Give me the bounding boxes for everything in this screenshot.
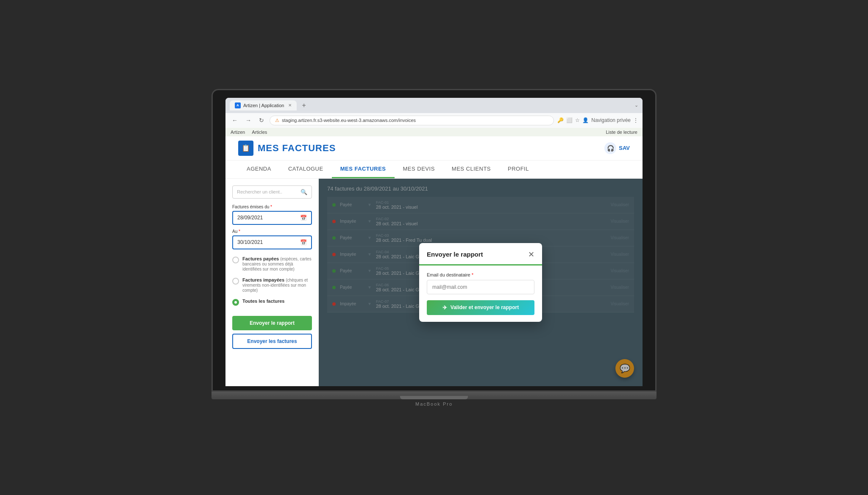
sidebar-buttons: Envoyer le rapport Envoyer les factures xyxy=(232,316,312,349)
email-input[interactable] xyxy=(427,280,534,294)
filter-radio-group: Factures payées (espèces, cartes bancair… xyxy=(232,256,312,306)
date-from-label: Factures émises du * xyxy=(232,205,312,209)
tab-area: A Artizen | Application ✕ + xyxy=(230,100,631,111)
nav-mes-devis[interactable]: MES DEVIS xyxy=(395,160,443,178)
valider-envoyer-button[interactable]: ✈ Valider et envoyer le rapport xyxy=(427,300,534,315)
modal-overlay: Envoyer le rapport ✕ Email du destinatai… xyxy=(319,179,643,386)
app-title: MES FACTURES xyxy=(258,143,336,154)
reload-button[interactable]: ↻ xyxy=(257,116,266,125)
nav-catalogue[interactable]: CATALOGUE xyxy=(280,160,332,178)
app-body: Rechercher un client.. 🔍 Factures émises… xyxy=(225,179,643,386)
date-to-group: Au * 30/10/2021 📅 xyxy=(232,229,312,249)
tab-favicon: A xyxy=(235,102,241,108)
tab-label: Artizen | Application xyxy=(243,103,284,108)
main-invoices-area: 74 factures du 28/09/2021 au 30/10/2021 … xyxy=(319,179,643,386)
sav-button[interactable]: 🎧 SAV xyxy=(604,142,630,154)
date-from-input[interactable]: 28/09/2021 📅 xyxy=(232,211,312,225)
active-tab[interactable]: A Artizen | Application ✕ xyxy=(230,100,297,111)
search-placeholder: Rechercher un client.. xyxy=(237,189,282,194)
envoyer-rapport-modal: Envoyer le rapport ✕ Email du destinatai… xyxy=(419,243,542,322)
nav-profil[interactable]: PROFIL xyxy=(499,160,537,178)
browser-actions: 🔑 ⬜ ☆ 👤 Navigation privée ⋮ xyxy=(557,117,638,123)
laptop-base xyxy=(211,392,657,399)
sav-icon: 🎧 xyxy=(604,142,616,154)
calendar-icon: 📅 xyxy=(300,215,307,221)
radio-payees[interactable]: Factures payées (espèces, cartes bancair… xyxy=(232,256,312,271)
security-label: Navigation privée xyxy=(591,117,631,123)
date-from-value: 28/09/2021 xyxy=(237,215,263,221)
app-nav: AGENDA CATALOGUE MES FACTURES MES DEVIS … xyxy=(225,160,643,179)
reading-list[interactable]: Liste de lecture xyxy=(606,130,637,135)
key-icon: 🔑 xyxy=(557,117,564,123)
screenshot-icon: ⬜ xyxy=(566,117,573,123)
envoyer-factures-button[interactable]: Envoyer les factures xyxy=(232,334,312,349)
avatar-icon: 👤 xyxy=(582,117,589,123)
email-label: Email du destinataire * xyxy=(427,272,534,277)
modal-title: Envoyer le rapport xyxy=(427,251,483,258)
nav-agenda[interactable]: AGENDA xyxy=(238,160,280,178)
menu-icon: ⋮ xyxy=(633,117,638,123)
new-tab-button[interactable]: + xyxy=(299,101,308,110)
radio-impayees[interactable]: Factures impayées (chèques et virements … xyxy=(232,277,312,293)
modal-header: Envoyer le rapport ✕ xyxy=(419,243,542,265)
logo-icon: 📋 xyxy=(238,141,253,156)
radio-toutes[interactable]: Toutes les factures xyxy=(232,299,312,306)
modal-body: Email du destinataire * ✈ Valider et env… xyxy=(419,265,542,322)
search-icon: 🔍 xyxy=(300,189,307,195)
browser-titlebar: A Artizen | Application ✕ + ⌄ xyxy=(225,98,643,113)
date-from-group: Factures émises du * 28/09/2021 📅 xyxy=(232,205,312,225)
modal-close-button[interactable]: ✕ xyxy=(528,250,534,259)
bookmark-bar: Artizen Articles Liste de lecture xyxy=(225,128,643,136)
to-required: * xyxy=(237,229,240,234)
radio-toutes-label: Toutes les factures xyxy=(242,299,284,304)
envoyer-rapport-button[interactable]: Envoyer le rapport xyxy=(232,316,312,330)
from-required: * xyxy=(269,205,272,209)
date-to-value: 30/10/2021 xyxy=(237,239,263,245)
bookmark-artizen[interactable]: Artizen xyxy=(231,130,245,135)
radio-payees-circle xyxy=(232,257,239,263)
star-icon: ☆ xyxy=(575,117,580,123)
btn-send-label: Valider et envoyer le rapport xyxy=(451,304,519,310)
address-bar[interactable]: ⚠ staging.artizen.fr.s3-website.eu-west-… xyxy=(270,116,554,125)
window-control: ⌄ xyxy=(634,102,638,108)
radio-impayees-label: Factures impayées (chèques et virements … xyxy=(242,277,312,293)
sidebar: Rechercher un client.. 🔍 Factures émises… xyxy=(225,179,319,386)
app-header: 📋 MES FACTURES 🎧 SAV xyxy=(225,136,643,160)
app-logo: 📋 MES FACTURES xyxy=(238,141,336,156)
calendar-to-icon: 📅 xyxy=(300,239,307,246)
security-icon: ⚠ xyxy=(275,118,279,123)
send-icon: ✈ xyxy=(442,304,447,311)
nav-mes-factures[interactable]: MES FACTURES xyxy=(332,160,395,178)
back-button[interactable]: ← xyxy=(230,116,240,125)
url-text: staging.artizen.fr.s3-website.eu-west-3.… xyxy=(282,118,548,123)
date-to-input[interactable]: 30/10/2021 📅 xyxy=(232,235,312,249)
radio-impayees-circle xyxy=(232,278,239,285)
bookmark-articles[interactable]: Articles xyxy=(252,130,267,135)
forward-button[interactable]: → xyxy=(243,116,253,125)
nav-mes-clients[interactable]: MES CLIENTS xyxy=(443,160,499,178)
browser-toolbar: ← → ↻ ⚠ staging.artizen.fr.s3-website.eu… xyxy=(225,113,643,128)
macbook-label: MacBook Pro xyxy=(211,401,657,407)
app-content: 📋 MES FACTURES 🎧 SAV AGENDA CATALOGUE ME… xyxy=(225,136,643,386)
sav-label: SAV xyxy=(619,145,630,151)
client-search-box[interactable]: Rechercher un client.. 🔍 xyxy=(232,185,312,199)
tab-close-button[interactable]: ✕ xyxy=(288,103,292,108)
radio-payees-label: Factures payées (espèces, cartes bancair… xyxy=(242,256,312,271)
date-to-label: Au * xyxy=(232,229,312,234)
radio-toutes-circle xyxy=(232,299,239,306)
email-required: * xyxy=(470,272,473,277)
